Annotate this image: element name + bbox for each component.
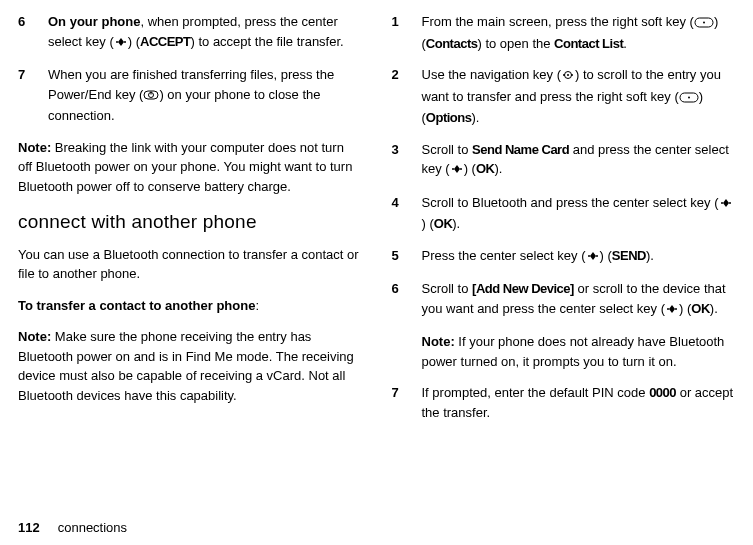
step-body: On your phone, when prompted, press the …: [48, 12, 362, 53]
step-body: Scroll to [Add New Device] or scroll to …: [422, 279, 736, 320]
step-body: Scroll to Send Name Card and press the c…: [422, 140, 736, 181]
step-body: Press the center select key () (SEND).: [422, 246, 736, 268]
step-number: 3: [392, 140, 410, 181]
step-body: From the main screen, press the right so…: [422, 12, 736, 53]
svg-point-15: [721, 202, 723, 204]
right-step-5: 5 Press the center select key () (SEND).: [392, 246, 736, 268]
page-columns: 6 On your phone, when prompted, press th…: [18, 12, 735, 434]
text: ).: [452, 216, 460, 231]
text: From the main screen, press the right so…: [422, 14, 694, 29]
text: ).: [646, 248, 654, 263]
text: Scroll to Bluetooth and press the center…: [422, 195, 719, 210]
left-step-7: 7 When you are finished transferring fil…: [18, 65, 362, 126]
options-label: Options: [426, 110, 472, 125]
svg-point-13: [452, 168, 454, 170]
right-note: Note: If your phone does not already hav…: [422, 332, 736, 371]
text: If prompted, enter the default PIN code: [422, 385, 650, 400]
ok-label: OK: [691, 301, 710, 316]
svg-point-10: [567, 74, 569, 76]
left-note: Note: Breaking the link with your comput…: [18, 138, 362, 197]
svg-point-1: [124, 41, 126, 43]
text: Press the center select key (: [422, 248, 586, 263]
text: ).: [471, 110, 479, 125]
intro-para: You can use a Bluetooth connection to tr…: [18, 245, 362, 284]
left-step-6: 6 On your phone, when prompted, press th…: [18, 12, 362, 53]
svg-point-0: [116, 41, 118, 43]
note-lead: Note:: [18, 140, 51, 155]
text: ).: [710, 301, 718, 316]
transfer-tail: :: [255, 298, 259, 313]
step-number: 5: [392, 246, 410, 268]
add-new-device-label: [Add New Device]: [472, 281, 574, 296]
text: .: [623, 36, 627, 51]
text: ) (: [679, 301, 691, 316]
svg-point-18: [596, 255, 598, 257]
text: ) (: [422, 216, 434, 231]
step-number: 6: [392, 279, 410, 320]
note-text: If your phone does not already have Blue…: [422, 334, 725, 369]
contact-list-label: Contact List: [554, 36, 623, 51]
step-number: 4: [392, 193, 410, 234]
right-column: 1 From the main screen, press the right …: [392, 12, 736, 434]
step-number: 7: [18, 65, 36, 126]
soft-key-icon: [694, 14, 714, 34]
step-body: Use the navigation key () to scroll to t…: [422, 65, 736, 128]
nav-key-icon: [561, 67, 575, 87]
svg-point-16: [729, 202, 731, 204]
transfer-line: To transfer a contact to another phone:: [18, 296, 362, 316]
pin-code: 0000: [649, 385, 676, 400]
send-label: SEND: [612, 248, 646, 263]
text: Scroll to: [422, 142, 473, 157]
accept-label: ACCEPT: [140, 34, 190, 49]
transfer-lead: To transfer a contact to another phone: [18, 298, 255, 313]
heading-connect-another-phone: connect with another phone: [18, 208, 362, 237]
right-step-4: 4 Scroll to Bluetooth and press the cent…: [392, 193, 736, 234]
step-number: 6: [18, 12, 36, 53]
send-name-card-label: Send Name Card: [472, 142, 569, 157]
center-select-icon: [719, 195, 733, 215]
step-number: 2: [392, 65, 410, 128]
left-column: 6 On your phone, when prompted, press th…: [18, 12, 362, 434]
svg-point-19: [667, 308, 669, 310]
soft-key-icon: [679, 89, 699, 109]
note-text: Make sure the phone receiving the entry …: [18, 329, 354, 403]
page-number: 112: [18, 520, 40, 535]
note-lead: Note:: [18, 329, 51, 344]
step-number: 1: [392, 12, 410, 53]
step-body: If prompted, enter the default PIN code …: [422, 383, 736, 422]
svg-point-14: [460, 168, 462, 170]
right-step-3: 3 Scroll to Send Name Card and press the…: [392, 140, 736, 181]
center-select-icon: [586, 248, 600, 268]
text: ) to open the: [477, 36, 554, 51]
center-select-icon: [450, 161, 464, 181]
svg-point-17: [588, 255, 590, 257]
ok-label: OK: [476, 161, 495, 176]
end-key-icon: [143, 87, 159, 107]
center-select-icon: [114, 34, 128, 54]
note-lead: Note:: [422, 334, 455, 349]
text: ) (: [600, 248, 612, 263]
text: Scroll to: [422, 281, 473, 296]
step-number: 7: [392, 383, 410, 422]
text: ) to accept the file transfer.: [190, 34, 343, 49]
ok-label: OK: [434, 216, 453, 231]
text: ).: [494, 161, 502, 176]
right-step-6: 6 Scroll to [Add New Device] or scroll t…: [392, 279, 736, 320]
text: ) (: [464, 161, 476, 176]
svg-point-6: [703, 22, 705, 24]
section-name: connections: [58, 520, 127, 535]
contacts-label: Contacts: [426, 36, 478, 51]
page-footer: 112connections: [18, 518, 127, 538]
svg-point-12: [688, 96, 690, 98]
step-body: Scroll to Bluetooth and press the center…: [422, 193, 736, 234]
step-body: When you are finished transferring files…: [48, 65, 362, 126]
left-note-2: Note: Make sure the phone receiving the …: [18, 327, 362, 405]
right-step-1: 1 From the main screen, press the right …: [392, 12, 736, 53]
on-your-phone: On your phone: [48, 14, 140, 29]
text: Use the navigation key (: [422, 67, 561, 82]
text: ) (: [128, 34, 140, 49]
svg-point-20: [675, 308, 677, 310]
center-select-icon: [665, 301, 679, 321]
right-step-7: 7 If prompted, enter the default PIN cod…: [392, 383, 736, 422]
note-text: Breaking the link with your computer doe…: [18, 140, 352, 194]
